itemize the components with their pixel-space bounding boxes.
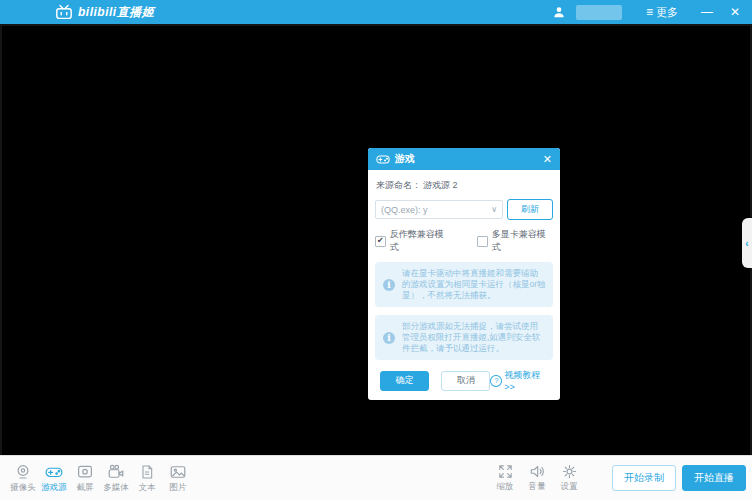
process-select-value: (QQ.exe): y [381,205,428,215]
source-webcam-button[interactable]: 摄像头 [8,463,38,494]
source-label: 截屏 [77,482,94,494]
info-icon: i [383,332,395,344]
info-box-gpu: i 请在显卡驱动中将直播姬和需要辅助的游戏设置为相同显卡运行（核显or独显），不… [375,262,553,307]
more-menu-button[interactable]: ≡ 更多 [646,5,678,20]
start-live-button[interactable]: 开始直播 [682,465,746,491]
video-tutorial-link[interactable]: ? 视频教程>> [490,369,550,392]
start-record-button[interactable]: 开始录制 [612,465,676,491]
chevron-left-icon: ‹ [745,238,748,249]
gamepad-icon [44,463,64,481]
source-label: 多媒体 [103,482,129,494]
multigpu-checkbox-label: 多显卡兼容模式 [492,228,553,254]
multigpu-checkbox[interactable]: 多显卡兼容模式 [477,228,553,254]
chevron-down-icon: ∨ [491,205,497,214]
cancel-button[interactable]: 取消 [441,371,490,391]
picture-icon [169,463,187,481]
minimize-button[interactable]: — [698,5,716,19]
control-label: 设置 [561,481,578,493]
video-tutorial-label: 视频教程>> [504,369,550,392]
app-title: bilibili直播姬 [78,4,154,21]
source-label: 游戏源 [41,482,67,494]
volume-button[interactable]: 音量 [522,463,552,493]
text-document-icon [139,463,155,481]
media-camera-icon [107,463,125,481]
user-icon[interactable] [552,5,566,19]
close-window-button[interactable]: ✕ [726,5,744,19]
more-label: 更多 [656,5,678,20]
source-text-button[interactable]: 文本 [132,463,162,494]
source-label: 文本 [139,482,156,494]
hamburger-icon: ≡ [646,6,653,18]
screen-capture-icon [76,463,94,481]
title-bar: bilibili直播姬 ≡ 更多 — ✕ [0,0,752,24]
dialog-close-icon[interactable]: ✕ [543,153,552,166]
info-icon: i [383,279,395,291]
app-logo: bilibili直播姬 [54,4,154,21]
collapse-panel-tab[interactable]: ‹ [742,218,752,268]
settings-button[interactable]: 设置 [554,463,584,493]
scale-button[interactable]: 缩放 [490,463,520,493]
webcam-icon [14,463,32,481]
question-circle-icon: ? [490,375,502,387]
source-media-button[interactable]: 多媒体 [101,463,131,494]
game-source-dialog: 游戏 ✕ 来源命名： 游戏源 2 (QQ.exe): y ∨ 刷新 ✔ 反作弊兼… [368,148,560,400]
bottom-toolbar: 摄像头 游戏源 截屏 多媒体 [0,455,752,500]
dialog-header[interactable]: 游戏 ✕ [368,148,560,170]
process-select[interactable]: (QQ.exe): y ∨ [375,200,503,219]
source-screen-capture-button[interactable]: 截屏 [70,463,100,494]
checkbox-checked-icon: ✔ [375,236,386,247]
anticheat-checkbox-label: 反作弊兼容模式 [390,228,451,254]
dialog-title: 游戏 [395,152,415,166]
source-label: 图片 [170,482,187,494]
source-name-label: 来源命名： [376,179,421,192]
ok-button[interactable]: 确定 [380,371,429,391]
gamepad-icon [376,154,390,165]
info-box-admin: i 部分游戏源如无法捕捉，请尝试使用管理员权限打开直播姬,如遇到安全软件拦截，请… [375,315,553,360]
settings-gear-icon [561,463,578,480]
tv-logo-icon [54,4,74,20]
source-label: 摄像头 [10,482,36,494]
source-game-button[interactable]: 游戏源 [39,463,69,494]
anticheat-checkbox[interactable]: ✔ 反作弊兼容模式 [375,228,451,254]
info-text-admin: 部分游戏源如无法捕捉，请尝试使用管理员权限打开直播姬,如遇到安全软件拦截，请予以… [402,321,546,354]
source-name-value[interactable]: 游戏源 2 [423,179,458,192]
volume-icon [528,463,546,480]
info-text-gpu: 请在显卡驱动中将直播姬和需要辅助的游戏设置为相同显卡运行（核显or独显），不然将… [402,268,546,301]
checkbox-unchecked-icon [477,236,488,247]
control-label: 缩放 [497,481,514,493]
source-picture-button[interactable]: 图片 [163,463,193,494]
username-box[interactable] [576,5,622,20]
scale-expand-icon [497,463,514,480]
control-label: 音量 [529,481,546,493]
refresh-button[interactable]: 刷新 [507,199,553,220]
